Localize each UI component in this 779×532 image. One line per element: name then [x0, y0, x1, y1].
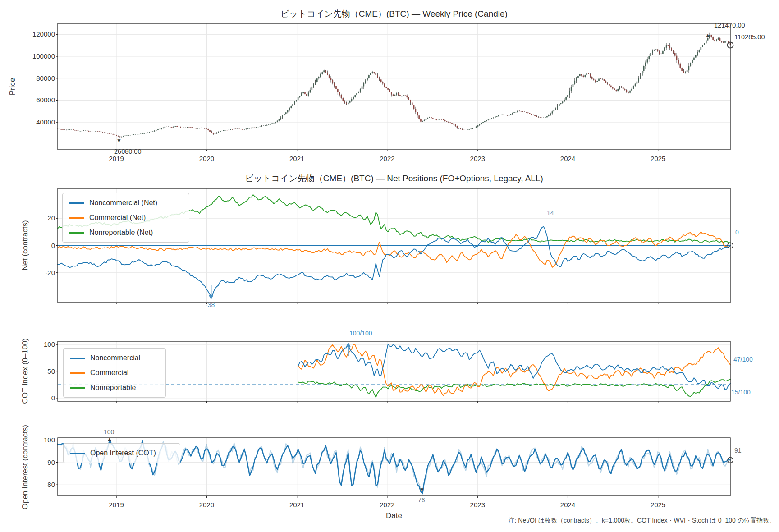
- y-tick-label: 60000: [17, 96, 55, 104]
- y-tick-label: 40000: [17, 118, 55, 126]
- x-tick-label: 2025: [642, 501, 674, 509]
- cot-right-low-annotation: 15/100: [731, 389, 751, 396]
- legend-item-label: Commercial (Net): [89, 214, 146, 222]
- x-tick-label: 2019: [100, 501, 133, 509]
- oi-max-marker-icon: ▲: [107, 436, 112, 442]
- footnote: 注: Net/OI は枚数（contracts）。k=1,000枚。COT In…: [509, 517, 775, 525]
- cot-dashboard-figure: ビットコイン先物（CME）(BTC) — Weekly Price (Candl…: [0, 0, 779, 532]
- y-tick-label: 20: [17, 214, 55, 222]
- price-high-annotation: 121470.00: [714, 22, 745, 29]
- legend-line-swatch: [70, 453, 85, 454]
- legend-line-swatch: [70, 387, 85, 389]
- legend-line-swatch: [69, 217, 84, 219]
- y-tick-label: 100: [17, 436, 55, 444]
- x-tick-label: 2022: [371, 501, 403, 509]
- x-tick-label: 2022: [371, 155, 403, 163]
- legend-item-label: Open Interest (COT): [90, 449, 156, 457]
- gridlines: [58, 23, 730, 496]
- x-tick-label: 2024: [552, 155, 584, 163]
- net-trough-annotation: -38: [206, 301, 215, 309]
- x-tick-label: 2021: [281, 501, 313, 509]
- y-tick-label: 120000: [17, 30, 55, 38]
- price-axis-label: Price: [8, 78, 17, 96]
- oi-max-annotation: 100: [104, 428, 114, 436]
- cot-peak-annotation: 100/100: [349, 330, 372, 337]
- y-tick-label: 50: [17, 367, 55, 376]
- y-tick-label: 100: [17, 340, 55, 349]
- price-panel-title: ビットコイン先物（CME）(BTC) — Weekly Price (Candl…: [280, 8, 508, 20]
- x-tick-label: 2021: [281, 155, 313, 163]
- x-tick-label: 2020: [190, 155, 223, 163]
- legend-line-swatch: [70, 372, 85, 374]
- x-tick-label: 2024: [552, 501, 584, 509]
- x-tick-label: 2020: [190, 501, 223, 509]
- Nonreportable-line: [298, 379, 730, 397]
- x-tick-label: 2019: [100, 155, 133, 163]
- oi-min-marker-icon: ▼: [419, 487, 425, 492]
- legend-item: Nonreportable (Net): [69, 227, 183, 238]
- price-last-annotation: 110285.00: [734, 33, 765, 41]
- x-tick-label: 2025: [642, 155, 674, 163]
- y-tick-label: 100000: [17, 52, 55, 60]
- legend-item: Noncommercial (Net): [69, 197, 183, 208]
- cot-right-mid-annotation: 47/100: [733, 356, 753, 363]
- candle-wicks: [58, 33, 730, 138]
- y-tick-label: 90: [17, 459, 55, 467]
- price-panel-border: [58, 23, 730, 150]
- y-tick-label: 80000: [17, 74, 55, 83]
- net-peak-annotation: 14: [547, 209, 554, 217]
- legend-line-swatch: [70, 358, 85, 359]
- x-tick-label: 2023: [461, 155, 494, 163]
- net-panel-title: ビットコイン先物（CME）(BTC) — Net Positions (FO+O…: [245, 173, 543, 184]
- price-high-marker-icon: ▲: [705, 32, 710, 38]
- y-tick-label: 0: [17, 242, 55, 250]
- oi-last-annotation: 91: [734, 447, 742, 454]
- legend-item: Open Interest (COT): [70, 448, 174, 459]
- legend-item-label: Nonreportable (Net): [89, 229, 153, 237]
- legend-item-label: Commercial: [90, 369, 128, 377]
- y-tick-label: 0: [17, 394, 55, 402]
- candle-bodies: [57, 35, 731, 137]
- date-axis-label: Date: [386, 511, 402, 520]
- legend-item: Nonreportable: [70, 382, 159, 393]
- price-low-marker-icon: ▼: [116, 138, 122, 143]
- net-trough-arrowhead: [209, 295, 213, 300]
- open-interest-legend: Open Interest (COT): [63, 443, 180, 463]
- legend-item: Noncommercial: [70, 353, 159, 363]
- legend-item: Commercial (Net): [69, 212, 183, 223]
- legend-item-label: Noncommercial (Net): [89, 199, 157, 207]
- x-tick-label: 2023: [461, 501, 494, 509]
- legend-item-label: Noncommercial: [90, 354, 140, 362]
- y-tick-label: 80: [17, 481, 55, 489]
- legend-item: Commercial: [70, 367, 159, 378]
- net-last-annotation: 0: [735, 229, 739, 236]
- net-legend: Noncommercial (Net) Commercial (Net) Non…: [62, 193, 189, 243]
- Noncommercial-line: [298, 344, 730, 390]
- legend-line-swatch: [69, 232, 84, 234]
- y-tick-label: -20: [17, 269, 55, 277]
- legend-line-swatch: [69, 202, 84, 204]
- legend-item-label: Nonreportable: [90, 384, 136, 392]
- cot-index-legend: Noncommercial Commercial Nonreportable: [63, 348, 166, 398]
- oi-min-annotation: 76: [418, 496, 425, 504]
